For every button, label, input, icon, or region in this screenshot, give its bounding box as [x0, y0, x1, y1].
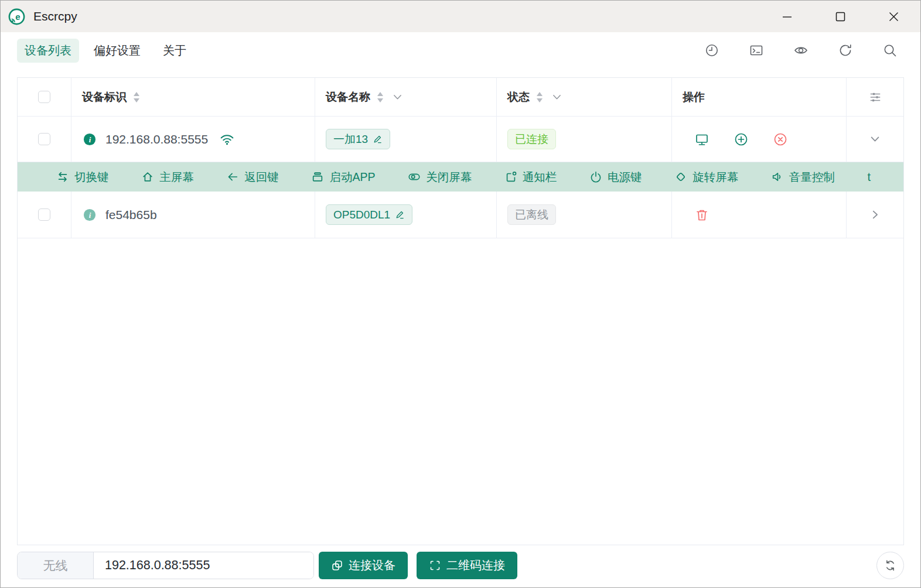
chevron-right-icon[interactable] [869, 209, 881, 220]
close-button[interactable] [867, 1, 920, 32]
restart-adb-sync-button[interactable] [876, 552, 904, 579]
terminal-icon[interactable] [749, 43, 763, 57]
sync-refresh-icon [884, 559, 896, 572]
refresh-icon[interactable] [838, 43, 852, 57]
chevron-down-icon[interactable] [869, 134, 881, 145]
control-screen-off[interactable]: 关闭屏幕 [408, 169, 472, 185]
wifi-icon [220, 132, 234, 146]
nav-bar: 设备列表 偏好设置 关于 [1, 32, 920, 69]
control-volume[interactable]: 音量控制 [771, 169, 835, 185]
footer-bar: 无线 连接设备 二维码连接 [17, 552, 904, 579]
info-icon[interactable]: i [83, 208, 96, 221]
device-actions-cell [672, 117, 847, 162]
table-empty-area [18, 238, 903, 545]
wireless-mode-label[interactable]: 无线 [18, 552, 94, 579]
device-id-text: fe54b65b [105, 208, 157, 222]
device-name-cell: 一加13 [315, 117, 497, 162]
device-name-tag[interactable]: OP5D0DL1 [326, 204, 412, 225]
launch-app-icon [311, 170, 324, 183]
address-input[interactable] [94, 552, 313, 579]
header-status[interactable]: 状态 [497, 78, 672, 116]
expand-cell [847, 192, 903, 238]
sort-caret-icon[interactable] [132, 91, 141, 104]
status-badge-connected: 已连接 [507, 129, 556, 149]
control-switch-keys[interactable]: 切换键 [56, 169, 109, 185]
close-icon [889, 12, 899, 22]
maximize-button[interactable] [814, 1, 867, 32]
window-title: Escrcpy [33, 9, 77, 23]
add-circle-plus-icon[interactable] [734, 132, 748, 146]
table-row-device-1: i 192.168.0.88:5555 一加13 [18, 117, 903, 162]
row-checkbox-cell [18, 192, 71, 238]
control-notification-bar[interactable]: 通知栏 [504, 169, 557, 185]
column-settings-sliders-icon[interactable] [869, 91, 882, 104]
header-checkbox-cell [18, 78, 71, 116]
volume-icon [771, 170, 784, 183]
header-actions: 操作 [672, 78, 847, 116]
escrcpy-logo-icon: e [8, 8, 25, 25]
edit-pencil-icon[interactable] [395, 210, 405, 220]
link-connection-icon [331, 559, 343, 572]
header-device-name[interactable]: 设备名称 [315, 78, 497, 116]
control-truncated-item[interactable]: t [867, 170, 871, 184]
sort-caret-icon[interactable] [535, 91, 544, 104]
notification-bar-icon [504, 170, 517, 183]
svg-text:i: i [89, 211, 91, 220]
row-checkbox[interactable] [38, 133, 50, 145]
svg-text:e: e [15, 11, 20, 21]
control-back[interactable]: 返回键 [226, 169, 279, 185]
eye-icon[interactable] [794, 43, 808, 57]
window-controls [760, 1, 920, 32]
screen-off-icon [408, 170, 421, 183]
status-badge-offline: 已离线 [507, 204, 556, 225]
power-icon [589, 170, 602, 183]
mirror-screen-monitor-icon[interactable] [695, 132, 709, 146]
device-status-cell: 已离线 [497, 192, 672, 238]
back-arrow-icon [226, 170, 239, 183]
qr-scan-icon [429, 559, 441, 572]
maximize-icon [835, 12, 845, 22]
control-home[interactable]: 主屏幕 [141, 169, 194, 185]
sort-caret-icon[interactable] [376, 91, 384, 104]
minimize-button[interactable] [760, 1, 814, 32]
control-launch-app[interactable]: 启动APP [311, 169, 375, 185]
edit-pencil-icon[interactable] [373, 134, 383, 144]
select-all-checkbox[interactable] [38, 91, 50, 103]
info-icon[interactable]: i [83, 133, 96, 146]
home-icon [141, 170, 154, 183]
qr-connect-button[interactable]: 二维码连接 [417, 552, 517, 579]
delete-trash-icon[interactable] [695, 208, 709, 222]
control-power[interactable]: 电源键 [589, 169, 642, 185]
rotate-screen-icon [674, 170, 687, 183]
svg-text:i: i [89, 136, 91, 144]
device-actions-cell [672, 192, 847, 238]
search-icon[interactable] [883, 43, 897, 57]
row-checkbox[interactable] [38, 208, 50, 221]
row-checkbox-cell [18, 117, 71, 162]
tab-about[interactable]: 关于 [162, 39, 187, 63]
device-name-cell: OP5D0DL1 [315, 192, 497, 238]
tab-preferences[interactable]: 偏好设置 [93, 39, 142, 63]
device-table: 设备标识 设备名称 状态 [17, 77, 904, 545]
header-column-settings[interactable] [847, 78, 903, 116]
disconnect-circle-close-icon[interactable] [773, 132, 787, 146]
device-control-strip: 切换键 主屏幕 返回键 启动APP [18, 162, 903, 192]
tab-device-list[interactable]: 设备列表 [17, 39, 79, 63]
connect-device-button[interactable]: 连接设备 [319, 552, 408, 579]
table-row-device-2: i fe54b65b OP5D0DL1 已离线 [18, 192, 903, 238]
titlebar: e Escrcpy [1, 1, 920, 32]
filter-chevron-down-icon[interactable] [393, 92, 402, 102]
header-device-id[interactable]: 设备标识 [71, 78, 315, 116]
device-id-cell: i 192.168.0.88:5555 [71, 117, 315, 162]
device-name-tag[interactable]: 一加13 [326, 129, 390, 149]
minimize-icon [782, 12, 792, 22]
table-header-row: 设备标识 设备名称 状态 [18, 78, 903, 117]
device-id-cell: i fe54b65b [71, 192, 315, 238]
control-rotate-screen[interactable]: 旋转屏幕 [674, 169, 738, 185]
device-status-cell: 已连接 [497, 117, 672, 162]
filter-chevron-down-icon[interactable] [552, 92, 562, 102]
switch-keys-icon [56, 170, 69, 183]
expand-cell [847, 117, 903, 162]
app-window: e Escrcpy 设备列表 偏好设置 关于 [0, 0, 921, 588]
history-clock-icon[interactable] [705, 43, 719, 57]
